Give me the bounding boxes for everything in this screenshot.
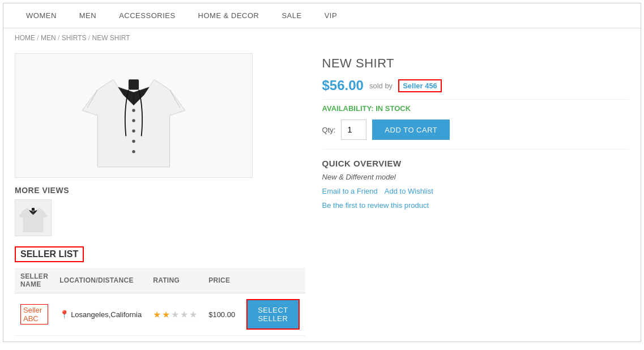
- left-panel: MORE VIEWS SELLER LIST SELLER NAME LOCAT: [15, 53, 305, 336]
- breadcrumb-separator: /: [56, 34, 62, 42]
- product-description: New & Different model: [322, 173, 629, 181]
- seller-table: SELLER NAME LOCATION/DISTANCE RATING PRI…: [15, 268, 305, 336]
- action-links: Email to a Friend Add to Wishlist: [322, 187, 629, 195]
- product-image: [15, 53, 253, 178]
- nav-item-women[interactable]: WOMEN: [15, 3, 68, 28]
- seller-name-link[interactable]: Seller ABC: [20, 304, 48, 325]
- select-seller-button[interactable]: SELECT SELLER: [246, 299, 299, 330]
- nav-item-home--decor[interactable]: HOME & DECOR: [187, 3, 271, 28]
- svg-point-6: [132, 130, 135, 133]
- star-empty-icon: ★: [180, 309, 188, 320]
- qty-row: Qty: ADD TO CART: [322, 119, 629, 150]
- breadcrumb-part: NEW SHIRT: [92, 34, 130, 42]
- svg-point-5: [132, 119, 135, 122]
- seller-badge[interactable]: Seller 456: [398, 79, 442, 92]
- svg-rect-14: [32, 208, 35, 211]
- table-row: Seller ABC📍Losangeles,California★★★★★$10…: [15, 293, 305, 336]
- availability: AVAILABILITY: IN STOCK: [322, 104, 629, 113]
- col-price: PRICE: [203, 268, 241, 293]
- quick-overview-title: QUICK OVERVIEW: [322, 159, 629, 168]
- star-empty-icon: ★: [171, 309, 179, 320]
- add-to-cart-button[interactable]: ADD TO CART: [372, 119, 450, 140]
- pin-icon: 📍: [59, 310, 69, 319]
- price-row: $56.00 sold by Seller 456: [322, 78, 629, 100]
- breadcrumb-part[interactable]: HOME: [15, 34, 35, 42]
- seller-price: $100.00: [203, 293, 241, 336]
- qty-input[interactable]: [341, 119, 366, 140]
- seller-location: 📍Losangeles,California: [54, 293, 147, 336]
- review-link[interactable]: Be the first to review this product: [322, 201, 429, 210]
- breadcrumb-separator: /: [35, 34, 41, 42]
- seller-rating: ★★★★★: [147, 293, 203, 336]
- col-seller-name: SELLER NAME: [15, 268, 54, 293]
- email-friend-link[interactable]: Email to a Friend: [322, 187, 378, 195]
- svg-point-4: [132, 109, 135, 112]
- col-rating: RATING: [147, 268, 203, 293]
- product-price: $56.00: [322, 78, 364, 93]
- product-title: NEW SHIRT: [322, 56, 629, 71]
- star-filled-icon: ★: [162, 309, 170, 320]
- nav-item-sale[interactable]: SALE: [270, 3, 313, 28]
- add-wishlist-link[interactable]: Add to Wishlist: [385, 187, 433, 195]
- nav-item-men[interactable]: MEN: [68, 3, 108, 28]
- star-empty-icon: ★: [189, 309, 197, 320]
- availability-label: AVAILABILITY:: [322, 104, 374, 113]
- right-panel: NEW SHIRT $56.00 sold by Seller 456 AVAI…: [322, 53, 629, 336]
- col-action: [241, 268, 305, 293]
- breadcrumb-separator: /: [87, 34, 92, 42]
- nav-item-accessories[interactable]: ACCESSORIES: [108, 3, 186, 28]
- star-filled-icon: ★: [153, 309, 161, 320]
- svg-rect-3: [129, 79, 139, 89]
- main-nav: WOMENMENACCESSORIESHOME & DECORSALEVIP: [3, 3, 641, 28]
- more-views-label: MORE VIEWS: [15, 186, 305, 195]
- qty-label: Qty:: [322, 126, 336, 134]
- seller-list-title: SELLER LIST: [15, 246, 84, 262]
- col-location: LOCATION/DISTANCE: [54, 268, 147, 293]
- location-text: Losangeles,California: [71, 310, 142, 319]
- sold-by-label: sold by: [369, 82, 393, 90]
- seller-list-section: SELLER LIST SELLER NAME LOCATION/DISTANC…: [15, 246, 305, 336]
- nav-item-vip[interactable]: VIP: [313, 3, 348, 28]
- product-thumbnail[interactable]: [15, 199, 52, 236]
- breadcrumb-part[interactable]: SHIRTS: [62, 34, 87, 42]
- svg-point-8: [132, 150, 135, 153]
- breadcrumb: HOME / MEN / SHIRTS / NEW SHIRT: [3, 28, 641, 48]
- svg-point-7: [132, 140, 135, 143]
- breadcrumb-part[interactable]: MEN: [41, 34, 56, 42]
- availability-status: IN STOCK: [376, 104, 411, 113]
